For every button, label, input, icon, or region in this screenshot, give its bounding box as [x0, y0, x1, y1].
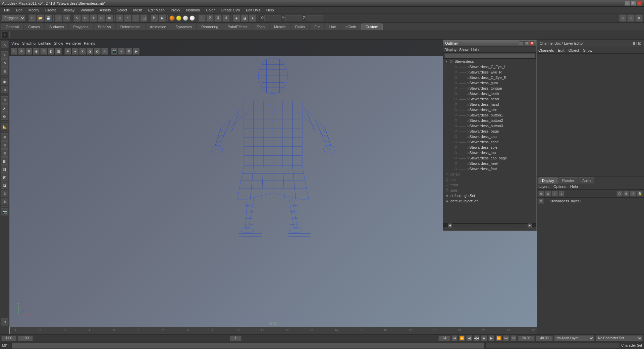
pb-next-frame-btn[interactable]: ▶ — [488, 335, 494, 341]
outliner-item-persp[interactable]: ⬡ persp — [443, 171, 536, 177]
display-wire[interactable]: ◈ — [233, 14, 240, 22]
layer-refresh-btn[interactable]: ↺ — [630, 191, 636, 197]
layout-btn-1[interactable]: ⊞ — [619, 14, 627, 22]
outliner-item-front[interactable]: ⬡ front — [443, 182, 536, 188]
tab-hair[interactable]: Hair — [325, 23, 340, 30]
select-tool[interactable]: ↖ — [73, 14, 81, 22]
tab-rendering[interactable]: Rendering — [197, 23, 223, 30]
cb-menu-channels[interactable]: Channels — [538, 48, 554, 52]
tab-polygons[interactable]: Polygons — [69, 23, 93, 30]
tab-general[interactable]: General — [1, 23, 23, 30]
pb-end-btn[interactable]: ⏭ — [503, 335, 509, 341]
outliner-item-cap[interactable]: ⬡ —— o Stewardess_cap — [443, 134, 536, 139]
outliner-item-stewardess[interactable]: ▼ ⬡ Stewardess — [443, 59, 536, 64]
vp-menu-shading[interactable]: Shading — [22, 41, 36, 45]
layout-btn-2[interactable]: ⊟ — [627, 14, 635, 22]
menu-edit-uvs[interactable]: Edit UVs — [243, 7, 263, 13]
outliner-item-skirt[interactable]: ⬡ —— o Stewardess_skirt — [443, 107, 536, 112]
tab-deformation[interactable]: Deformation — [116, 23, 145, 30]
outliner-restore-btn[interactable]: □ — [524, 41, 529, 45]
pb-range-start2[interactable] — [518, 336, 535, 341]
display-3[interactable]: 3 — [214, 14, 222, 22]
menu-mesh[interactable]: Mesh — [130, 7, 145, 13]
measure-btn[interactable]: 📐 — [1, 123, 8, 130]
vp-group3[interactable]: ◨ — [55, 48, 62, 55]
outliner-item-top[interactable]: ⬡ —— o Stewardess_top — [443, 150, 536, 155]
tab-toon[interactable]: Toon — [252, 23, 269, 30]
outliner-item-tongue[interactable]: ⬡ —— o Stewardess_tongue — [443, 86, 536, 91]
vp-hud-btn[interactable]: ⊟ — [125, 48, 132, 55]
vp-smooth-btn[interactable]: ● — [72, 48, 78, 55]
misc-btn-7[interactable]: ◪ — [1, 182, 8, 189]
display-1[interactable]: 1 — [198, 14, 206, 22]
tab-subdivs[interactable]: Subdivs — [94, 23, 115, 30]
outliner-item-bage[interactable]: ⬡ —— o Stewardess_bage — [443, 129, 536, 134]
layer-up-btn[interactable]: ↑ — [552, 191, 558, 197]
layer-settings-btn[interactable]: ⚙ — [623, 191, 629, 197]
menu-display[interactable]: Display — [60, 7, 77, 13]
new-button[interactable]: □ — [29, 14, 36, 22]
menu-color[interactable]: Color — [203, 7, 217, 13]
vp-group1[interactable]: □ — [40, 48, 47, 55]
vp-group2[interactable]: ◧ — [48, 48, 54, 55]
manipulator-btn[interactable]: ⊕ — [1, 86, 8, 93]
misc-btn-8[interactable]: ⊘ — [1, 190, 8, 197]
misc-btn-3[interactable]: ⊞ — [1, 149, 8, 157]
vp-fog-btn[interactable]: ≋ — [101, 48, 108, 55]
outliner-content[interactable]: ▼ ⬡ Stewardess ⬡ —— o Stewardess_C_Eye_L… — [443, 59, 536, 223]
vp-snap-btn[interactable]: ⊞ — [25, 48, 32, 55]
y-input[interactable] — [285, 15, 302, 21]
channel-box-icon-1[interactable]: ◧ — [633, 41, 637, 46]
outliner-item-gum[interactable]: ⬡ —— o Stewardess_gum — [443, 80, 536, 86]
menu-file[interactable]: File — [1, 7, 13, 13]
display-smooth[interactable]: ● — [249, 14, 256, 22]
misc-btn-1[interactable]: ⊠ — [1, 133, 8, 141]
vp-menu-renderer[interactable]: Renderer — [66, 41, 81, 45]
shelf-btn-home[interactable]: ⌂ — [1, 32, 8, 38]
maximize-button[interactable]: □ — [631, 1, 636, 6]
soft-select-btn[interactable]: ◉ — [1, 78, 8, 85]
vp-menu-lighting[interactable]: Lighting — [38, 41, 51, 45]
menu-create[interactable]: Create — [43, 7, 59, 13]
cb-tab-display[interactable]: Display — [538, 177, 558, 184]
layer-options-btn[interactable]: ⬡ — [616, 191, 623, 197]
pb-start-frame[interactable] — [1, 336, 16, 341]
scroll-left-arrow[interactable]: ◀ — [448, 223, 452, 228]
pb-prev-key-btn[interactable]: ⏪ — [459, 335, 465, 341]
outliner-menu-show[interactable]: Show — [459, 48, 469, 52]
tab-ncloth[interactable]: nCloth — [341, 23, 361, 30]
left-bottom-btn[interactable]: ⊙ — [1, 318, 8, 326]
tab-animation[interactable]: Animation — [146, 23, 171, 30]
vp-menu-panels[interactable]: Panels — [84, 41, 95, 45]
tab-custom[interactable]: Custom — [361, 23, 383, 30]
misc-btn-4[interactable]: ◧ — [1, 157, 8, 165]
rotate-tool[interactable]: ↻ — [98, 14, 105, 22]
vp-play-btn[interactable]: ▶ — [133, 48, 140, 55]
snap-surface[interactable]: ◫ — [140, 14, 148, 22]
open-button[interactable]: 📂 — [37, 14, 44, 22]
outliner-item-heel[interactable]: ⬡ —— o Stewardess_heel — [443, 161, 536, 166]
pb-loop-btn[interactable]: ↺ — [511, 335, 517, 341]
mode-dropdown[interactable]: Polygons — [1, 15, 25, 21]
cb-tab-render[interactable]: Render — [558, 177, 578, 184]
layer-new-btn[interactable]: ⊕ — [538, 191, 544, 197]
render-btn[interactable]: ▶ — [159, 14, 166, 22]
outliner-item-button1[interactable]: ⬡ —— o Stewardess_button1 — [443, 112, 536, 118]
pb-frame-display[interactable] — [230, 336, 241, 341]
layer-visible-btn[interactable]: V — [538, 198, 544, 204]
snap-grid[interactable]: ⊞ — [116, 14, 123, 22]
outliner-item-head[interactable]: ⬡ —— o Stewardess_head — [443, 96, 536, 102]
mel-input[interactable] — [12, 343, 485, 349]
scroll-track[interactable] — [452, 224, 528, 227]
menu-modify[interactable]: Modify — [26, 7, 42, 13]
menu-assets[interactable]: Assets — [97, 7, 113, 13]
menu-help[interactable]: Help — [264, 7, 277, 13]
vp-ao-btn[interactable]: ◐ — [94, 48, 101, 55]
z-input[interactable] — [307, 15, 323, 21]
snap-curve[interactable]: ~ — [124, 14, 131, 22]
lasso-tool[interactable]: ⊙ — [82, 14, 89, 22]
vp-isolate-btn[interactable]: ◉ — [33, 48, 40, 55]
scale-btn[interactable]: ⊞ — [1, 67, 8, 75]
outliner-menu-help[interactable]: Help — [471, 48, 479, 52]
outliner-item-foot[interactable]: ⬡ —— o Stewardess_foot — [443, 166, 536, 171]
